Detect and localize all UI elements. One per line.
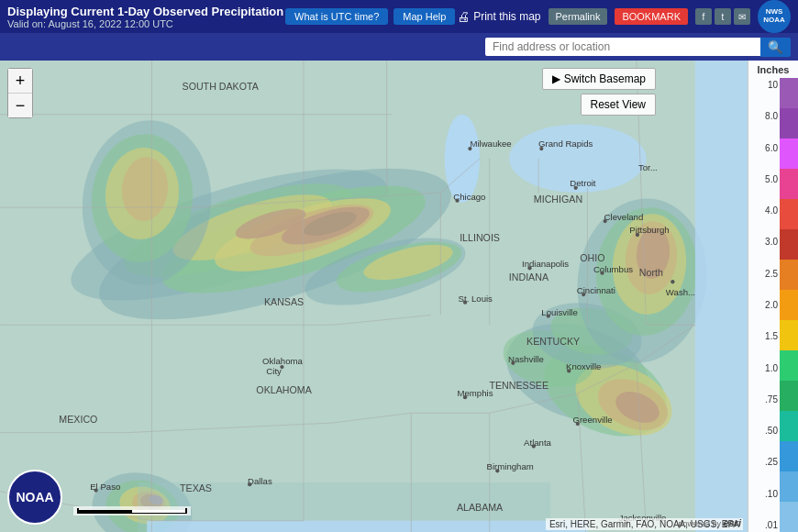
search-bar: 🔍 bbox=[0, 33, 798, 61]
basemap-arrow-icon: ▶ bbox=[552, 72, 560, 85]
legend-label: .75 bbox=[765, 394, 778, 405]
svg-text:Knoxville: Knoxville bbox=[566, 361, 601, 371]
svg-text:SOUTH DAKOTA: SOUTH DAKOTA bbox=[183, 81, 260, 92]
svg-point-82 bbox=[539, 147, 543, 150]
map-area[interactable]: SOUTH DAKOTA MICHIGAN ILLINOIS INDIANA O… bbox=[0, 61, 798, 532]
legend-color-block bbox=[780, 320, 798, 350]
legend-color-block bbox=[780, 78, 798, 108]
facebook-icon[interactable]: f bbox=[695, 8, 712, 25]
legend-label: .10 bbox=[765, 489, 778, 499]
legend-label: .25 bbox=[765, 457, 778, 467]
legend-color-block bbox=[780, 441, 798, 471]
legend-label: 5.0 bbox=[765, 174, 778, 184]
top-bar-center: What is UTC time? Map Help bbox=[285, 8, 455, 25]
switch-basemap-button[interactable]: ▶ Switch Basemap bbox=[542, 68, 656, 90]
svg-point-88 bbox=[582, 293, 585, 296]
svg-point-3 bbox=[445, 115, 480, 203]
svg-text:Columbus: Columbus bbox=[593, 264, 633, 274]
svg-text:Cleveland: Cleveland bbox=[604, 212, 644, 222]
legend-label: 8.0 bbox=[765, 111, 778, 121]
email-icon[interactable]: ✉ bbox=[734, 8, 750, 25]
legend-label: 1.5 bbox=[765, 331, 778, 341]
top-bar-right: 🖨 Print this map Permalink BOOKMARK f t … bbox=[457, 0, 791, 33]
legend-labels: 108.06.05.04.03.02.52.01.51.0.75.50.25.1… bbox=[748, 78, 780, 532]
printer-icon: 🖨 bbox=[457, 9, 470, 24]
svg-point-84 bbox=[574, 186, 578, 190]
svg-point-93 bbox=[463, 395, 467, 399]
svg-point-85 bbox=[604, 219, 607, 223]
svg-point-105 bbox=[671, 280, 674, 283]
svg-point-106 bbox=[94, 488, 97, 492]
svg-point-100 bbox=[532, 444, 536, 448]
svg-text:Detroit: Detroit bbox=[570, 178, 596, 188]
svg-text:Grand Rapids: Grand Rapids bbox=[538, 139, 593, 149]
svg-text:North: North bbox=[639, 267, 663, 278]
svg-point-90 bbox=[547, 314, 550, 317]
svg-text:Birmingham: Birmingham bbox=[487, 461, 534, 471]
legend-colors bbox=[780, 78, 798, 532]
svg-text:KENTUCKY: KENTUCKY bbox=[526, 336, 580, 347]
legend-color-block bbox=[780, 139, 798, 169]
svg-text:ALABAMA: ALABAMA bbox=[457, 502, 504, 513]
svg-point-101 bbox=[576, 422, 580, 426]
legend-title: Inches bbox=[758, 64, 790, 75]
svg-text:KANSAS: KANSAS bbox=[264, 296, 304, 307]
svg-text:TEXAS: TEXAS bbox=[180, 482, 212, 493]
reset-view-button[interactable]: Reset View bbox=[581, 94, 656, 116]
svg-text:TENNESSEE: TENNESSEE bbox=[489, 380, 549, 391]
utc-button[interactable]: What is UTC time? bbox=[285, 8, 388, 25]
print-text: Print this map bbox=[473, 10, 540, 23]
svg-point-94 bbox=[280, 365, 283, 369]
svg-text:Tor...: Tor... bbox=[638, 162, 658, 172]
twitter-icon[interactable]: t bbox=[715, 8, 731, 25]
nws-logo: NWSNOAA bbox=[758, 0, 791, 33]
switch-basemap-label: Switch Basemap bbox=[564, 72, 646, 85]
search-icon: 🔍 bbox=[768, 40, 783, 54]
map-help-button[interactable]: Map Help bbox=[393, 8, 455, 25]
zoom-in-button[interactable]: + bbox=[8, 69, 32, 93]
map-valid: Valid on: August 16, 2022 12:00 UTC bbox=[7, 18, 283, 29]
top-bar: Displaying Current 1-Day Observed Precip… bbox=[0, 0, 798, 33]
app: Displaying Current 1-Day Observed Precip… bbox=[0, 0, 798, 532]
legend-label: .01 bbox=[765, 520, 778, 530]
map-svg: SOUTH DAKOTA MICHIGAN ILLINOIS INDIANA O… bbox=[0, 61, 798, 532]
svg-point-83 bbox=[455, 199, 459, 203]
legend-scale: 108.06.05.04.03.02.52.01.51.0.75.50.25.1… bbox=[748, 78, 798, 532]
svg-point-81 bbox=[468, 147, 471, 150]
svg-text:MICHIGAN: MICHIGAN bbox=[534, 194, 582, 205]
legend-label: 4.0 bbox=[765, 205, 778, 216]
svg-point-89 bbox=[463, 301, 467, 305]
zoom-out-button[interactable]: − bbox=[8, 94, 32, 117]
legend-color-block bbox=[780, 381, 798, 411]
legend-color-block bbox=[780, 260, 798, 290]
permalink-button[interactable]: Permalink bbox=[549, 8, 608, 25]
legend-label: 2.5 bbox=[765, 269, 778, 279]
bookmark-button[interactable]: BOOKMARK bbox=[615, 8, 688, 25]
legend-color-block bbox=[780, 471, 798, 502]
svg-text:OHIO: OHIO bbox=[580, 252, 604, 263]
top-bar-left: Displaying Current 1-Day Observed Precip… bbox=[7, 5, 283, 29]
legend: Inches 108.06.05.04.03.02.52.01.51.0.75.… bbox=[748, 61, 798, 532]
svg-text:Memphis: Memphis bbox=[458, 388, 493, 398]
svg-text:Milwaukee: Milwaukee bbox=[470, 139, 511, 149]
esri-text: powered by bbox=[678, 519, 723, 528]
legend-color-block bbox=[780, 350, 798, 381]
map-title: Displaying Current 1-Day Observed Precip… bbox=[7, 5, 283, 18]
legend-label: 1.0 bbox=[765, 363, 778, 373]
legend-color-block bbox=[780, 108, 798, 139]
legend-color-block bbox=[780, 290, 798, 320]
legend-color-block bbox=[780, 229, 798, 260]
search-button[interactable]: 🔍 bbox=[760, 38, 791, 57]
esri-powered-logo: powered by esri bbox=[678, 517, 741, 528]
print-link[interactable]: 🖨 Print this map bbox=[457, 9, 540, 24]
search-input[interactable] bbox=[485, 38, 760, 56]
svg-point-95 bbox=[248, 482, 251, 486]
legend-label: 10 bbox=[768, 80, 778, 90]
legend-color-block bbox=[780, 169, 798, 199]
legend-label: .50 bbox=[765, 426, 778, 436]
svg-point-99 bbox=[495, 469, 499, 472]
svg-text:Oklahoma: Oklahoma bbox=[262, 356, 303, 366]
map-controls: ▶ Switch Basemap Reset View bbox=[542, 68, 656, 116]
svg-point-92 bbox=[567, 369, 571, 372]
svg-text:City: City bbox=[266, 366, 282, 376]
